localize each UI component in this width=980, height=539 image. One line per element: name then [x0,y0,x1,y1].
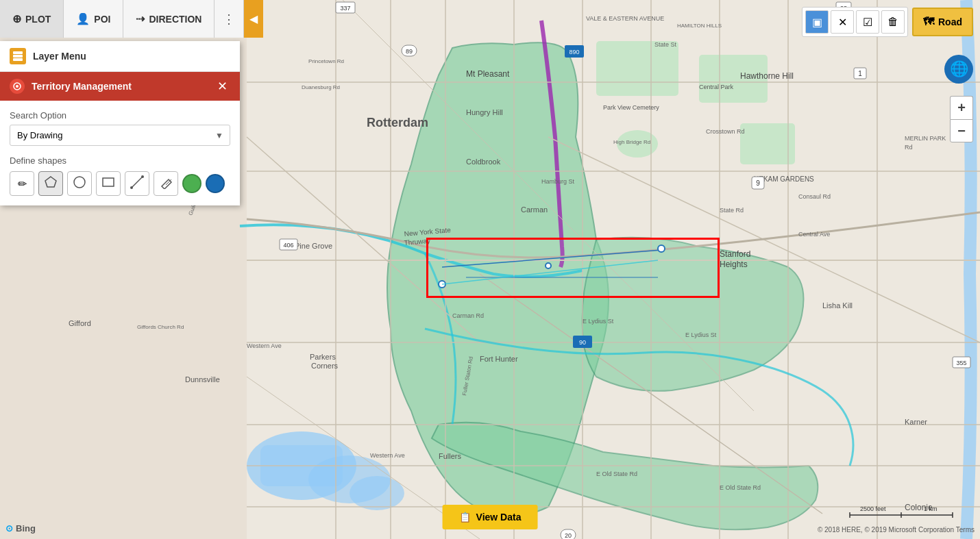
svg-text:State Rd: State Rd [720,207,744,214]
svg-text:90: 90 [579,339,586,346]
bing-icon: ⊙ [5,523,13,534]
close-territory-button[interactable]: ✕ [215,79,230,94]
svg-text:VALE & EASTERN AVENUE: VALE & EASTERN AVENUE [586,15,664,22]
svg-rect-109 [13,51,23,54]
svg-point-113 [16,85,19,88]
view-data-button[interactable]: 📋 View Data [443,505,538,529]
svg-text:89: 89 [406,48,413,55]
svg-text:State St: State St [654,41,677,48]
zoom-in-button[interactable]: + [950,96,973,119]
plot-button[interactable]: ⊕ PLOT [0,0,64,38]
svg-text:High Bridge Rd: High Bridge Rd [613,139,650,145]
direction-button[interactable]: ⇢ DIRECTION [123,0,215,38]
svg-point-34 [658,245,665,252]
svg-text:Duanesburg Rd: Duanesburg Rd [302,84,340,90]
svg-text:Central Park: Central Park [699,84,734,90]
map-tools-group: ▣ ✕ ☑ 🗑 [802,7,908,37]
more-options-button[interactable]: ⋮ [215,0,244,38]
svg-text:Rd: Rd [905,144,913,151]
polygon-tool-button[interactable] [38,171,63,196]
svg-text:Gifford: Gifford [69,319,91,327]
svg-text:Corners: Corners [311,362,339,370]
poi-button[interactable]: 👤 POI [64,0,123,38]
view-data-icon: 📋 [459,512,471,523]
check-tool-button[interactable]: ☑ [856,10,879,34]
svg-point-115 [74,177,85,188]
globe-icon: 🌐 [950,60,968,78]
svg-text:E Old State Rd: E Old State Rd [720,484,761,491]
svg-text:337: 337 [340,5,350,12]
trash-icon: 🗑 [887,16,898,28]
polygon-icon [44,175,58,192]
svg-text:890: 890 [569,49,579,55]
top-toolbar: ⊕ PLOT 👤 POI ⇢ DIRECTION ⋮ ◀ [0,0,263,38]
bing-attribution: ⊙ Bing [5,523,36,534]
svg-text:Stanford: Stanford [720,249,750,259]
svg-text:Hawthorne Hill: Hawthorne Hill [740,71,794,81]
svg-rect-111 [13,58,23,61]
svg-text:Dunnsville: Dunnsville [185,375,220,384]
svg-rect-110 [13,55,23,58]
line-tool-button[interactable] [125,171,149,196]
svg-point-118 [141,175,144,178]
select-tool-button[interactable]: ▣ [805,10,829,34]
svg-text:Heights: Heights [720,260,748,269]
svg-text:9: 9 [756,179,760,187]
circle-tool-button[interactable] [67,171,92,196]
svg-rect-4 [740,123,795,164]
svg-text:Crosstown Rd: Crosstown Rd [706,128,745,135]
svg-text:Carman Rd: Carman Rd [452,312,484,319]
view-data-label: View Data [476,512,522,523]
svg-text:E Lydius St: E Lydius St [685,331,717,338]
svg-text:2500 feet: 2500 feet [860,505,886,512]
poi-label: POI [94,14,110,25]
territory-icon [10,79,25,94]
right-toolbar: ▣ ✕ ☑ 🗑 🗺 Road [802,7,973,37]
svg-text:Park View Cemetery: Park View Cemetery [603,104,659,111]
search-option-dropdown-wrapper: By Drawing By Area By Radius ▼ [10,125,230,146]
svg-text:Coldbrook: Coldbrook [466,158,501,166]
line-icon [130,175,144,192]
rectangle-icon [101,175,115,192]
pencil-tool-button[interactable]: ✏ [10,171,34,196]
svg-text:E Lydius St: E Lydius St [583,318,614,325]
color-green-button[interactable] [182,174,201,193]
cross-icon: ✕ [838,16,847,29]
copyright-text: © 2018 HERE, © 2019 Microsoft Corporatio… [818,526,975,534]
svg-text:MERLIN PARK: MERLIN PARK [905,135,946,142]
search-option-label: Search Option [10,110,230,121]
layer-menu-title: Layer Menu [33,51,86,62]
road-map-icon: 🗺 [923,16,934,28]
road-view-button[interactable]: 🗺 Road [912,8,973,36]
zoom-out-button[interactable]: − [950,119,973,142]
svg-text:Princetown Rd: Princetown Rd [308,58,344,64]
eraser-tool-button[interactable] [154,171,178,196]
poi-icon: 👤 [76,12,90,25]
svg-text:Consaul Rd: Consaul Rd [798,193,831,200]
svg-text:Fort Hunter: Fort Hunter [480,355,518,363]
road-label: Road [938,16,962,27]
collapse-panel-button[interactable]: ◀ [244,0,263,38]
globe-button[interactable]: 🌐 [944,55,973,84]
circle-icon [73,175,86,192]
svg-text:Hungry Hill: Hungry Hill [466,108,503,116]
bing-logo: ⊙ Bing [5,523,36,534]
pencil-icon: ✏ [18,177,27,190]
zoom-controls: + − [950,96,973,142]
svg-text:1 km: 1 km [924,505,938,512]
svg-text:Rotterdam: Rotterdam [367,116,428,129]
cross-tool-button[interactable]: ✕ [831,10,854,34]
territory-header: Territory Management ✕ [0,72,240,101]
search-option-select[interactable]: By Drawing By Area By Radius [10,125,230,146]
territory-title: Territory Management [32,81,132,92]
svg-text:HAMILTON HILLS: HAMILTON HILLS [677,23,722,29]
check-icon: ☑ [863,16,872,29]
svg-text:Lisha Kill: Lisha Kill [822,301,853,310]
rectangle-tool-button[interactable] [96,171,121,196]
svg-text:355: 355 [956,360,966,366]
color-blue-button[interactable] [206,174,225,193]
svg-text:Fullers: Fullers [439,452,462,460]
delete-tool-button[interactable]: 🗑 [881,10,905,34]
svg-text:406: 406 [283,242,293,249]
layer-menu-icon [10,48,26,64]
